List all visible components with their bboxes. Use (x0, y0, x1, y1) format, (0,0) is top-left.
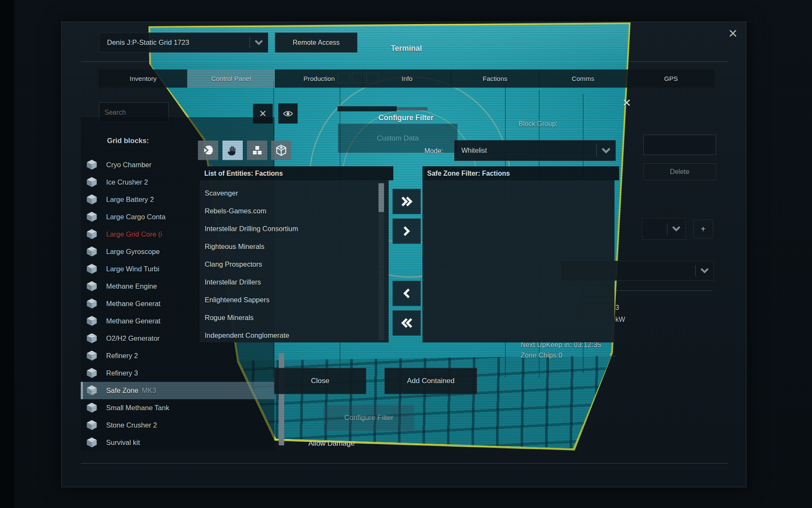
delete-button[interactable]: Delete (643, 163, 716, 180)
cube-icon (275, 144, 288, 157)
group-dropdown[interactable] (642, 218, 686, 240)
block-row-small-methane-tank[interactable]: Small Methane Tank (81, 399, 274, 417)
filter-list (422, 180, 614, 342)
stat-count-fragment: 3 (615, 304, 619, 312)
chevron-left-icon (403, 288, 410, 299)
entities-list: Scavenger Rebels-Games.com Interstellar … (200, 180, 389, 342)
blocks-icon (251, 144, 263, 156)
header-divider (81, 61, 728, 62)
move-right-button[interactable] (392, 218, 421, 244)
faction-item[interactable]: Rebels-Games.com (200, 202, 389, 220)
chevron-down-icon (596, 144, 615, 156)
hologram-bar-light (397, 107, 428, 110)
filter-players-button[interactable] (198, 141, 218, 160)
block-group-underline (499, 129, 616, 129)
page-title: Terminal (358, 44, 455, 53)
faction-item[interactable]: Righteous Minerals (200, 237, 389, 255)
move-all-left-button[interactable] (392, 310, 421, 336)
scrollbar-thumb[interactable] (379, 183, 384, 212)
block-icon (86, 333, 98, 344)
configure-filter-button[interactable]: Configure Filter (323, 405, 414, 431)
add-contained-button[interactable]: Add Contained (384, 368, 477, 394)
tab-control-panel[interactable]: Control Panel (187, 69, 275, 88)
chevron-right-icon (403, 226, 410, 237)
block-icon (86, 281, 98, 292)
allow-damage-label: Allow Damage (308, 439, 355, 448)
double-chevron-right-icon (401, 196, 413, 207)
stat-power-fragment: kW (615, 316, 625, 323)
block-icon (86, 211, 98, 222)
faction-item[interactable]: Scavenger (200, 184, 389, 202)
move-left-button[interactable] (392, 281, 421, 306)
remote-access-label: Remote Access (293, 39, 340, 47)
block-icon (86, 437, 98, 448)
block-row-refinery-2[interactable]: Refinery 2 (81, 347, 274, 364)
bottom-divider (81, 463, 728, 464)
tab-info[interactable]: Info (363, 69, 451, 88)
mode-value: Whitelist (461, 147, 487, 155)
block-group-input[interactable] (643, 135, 716, 155)
block-icon (86, 385, 98, 396)
block-group-label: Block Group: (518, 120, 557, 128)
faction-item[interactable]: Interstellar Drillers (200, 273, 389, 291)
window-close-button[interactable]: ✕ (724, 28, 742, 44)
double-chevron-left-icon (401, 318, 413, 329)
dialog-title: Configure Filter (338, 113, 474, 122)
hologram-bar-dark (337, 106, 397, 111)
block-icon (86, 420, 98, 431)
screenshot-root: Denis J:P-Static Grid 1723 Remote Access… (0, 0, 812, 508)
block-icon (86, 263, 98, 274)
block-icon (86, 350, 98, 361)
block-icon (86, 177, 98, 188)
block-icon (86, 298, 98, 309)
tab-bar: Inventory Control Panel Production Info … (99, 69, 715, 88)
block-icon (86, 402, 98, 413)
remote-access-button[interactable]: Remote Access (275, 33, 357, 52)
block-row-refinery-3[interactable]: Refinery 3 (81, 364, 274, 382)
chevron-down-icon (695, 265, 713, 276)
entities-list-header: List of Entities: Factions (200, 166, 393, 180)
tab-production[interactable]: Production (275, 69, 363, 88)
grid-blocks-heading: Grid blocks: (107, 137, 149, 145)
block-icon (86, 159, 98, 170)
block-row-survival-kit[interactable]: Survival kit (81, 434, 274, 451)
add-group-button[interactable]: + (693, 220, 713, 238)
move-all-right-button[interactable] (392, 189, 421, 214)
screen-edge-strip (0, 0, 14, 508)
terminal-window: Denis J:P-Static Grid 1723 Remote Access… (61, 22, 746, 487)
faction-item[interactable]: Clang Prospectors (200, 255, 389, 273)
dialog-close-button[interactable]: ✕ (618, 97, 635, 113)
filter-blocks-button[interactable] (247, 141, 267, 160)
tab-factions[interactable]: Factions (451, 69, 539, 88)
zone-chips-underline (540, 356, 616, 356)
block-icon (86, 229, 98, 240)
filter-grids-button[interactable] (271, 141, 291, 160)
filter-factions-button[interactable] (222, 141, 243, 160)
filter-list-header: Safe Zone Filter: Factions (422, 166, 619, 180)
block-icon (86, 315, 98, 326)
tab-inventory[interactable]: Inventory (99, 69, 187, 88)
block-row-stone-crusher[interactable]: Stone Crusher 2 (81, 417, 274, 434)
faction-item[interactable]: Enlightened Sappers (200, 291, 389, 309)
faction-item[interactable]: Interstellar Drilling Consortium (200, 220, 389, 237)
hand-icon (226, 144, 239, 157)
tab-gps[interactable]: GPS (627, 69, 715, 88)
grid-selector-value: Denis J:P-Static Grid 1723 (107, 39, 189, 47)
tab-comms[interactable]: Comms (539, 69, 627, 88)
faction-item[interactable]: Rogue Minerals (200, 309, 389, 326)
chevron-down-icon (667, 223, 685, 235)
block-row-safe-zone[interactable]: Safe ZoneMK3 (81, 382, 274, 399)
scroll-slider[interactable] (279, 353, 284, 445)
faction-item[interactable]: Independent Conglomerate (200, 326, 389, 344)
close-button[interactable]: Close (274, 368, 366, 394)
chevron-down-icon (250, 37, 268, 48)
block-icon (86, 367, 98, 378)
visibility-toggle-button[interactable] (278, 103, 298, 124)
block-suffix: MK3 (142, 387, 156, 395)
eye-icon (283, 109, 294, 118)
grid-selector-dropdown[interactable]: Denis J:P-Static Grid 1723 (99, 33, 268, 52)
block-icon (86, 194, 98, 205)
mode-dropdown[interactable]: Whitelist (454, 140, 616, 161)
scrollbar-track[interactable] (379, 183, 384, 340)
stats-divider (614, 290, 713, 291)
